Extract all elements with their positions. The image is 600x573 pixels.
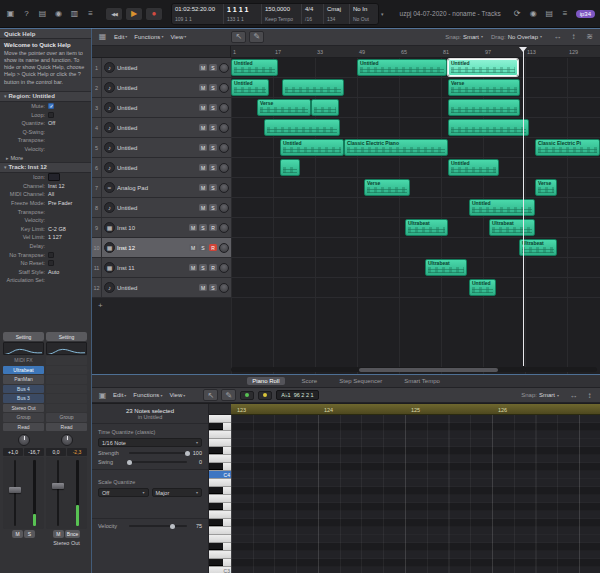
scale-mode-dropdown[interactable]: Major ▾ <box>152 488 203 497</box>
trackpanel-checkbox-9[interactable] <box>48 252 54 258</box>
solo-button[interactable]: S <box>209 124 217 131</box>
slot-empty[interactable] <box>46 375 87 384</box>
region-row-2[interactable]: Quantize:Off <box>0 119 91 128</box>
tuner-icon[interactable]: ◉ <box>527 8 540 20</box>
track-header-3[interactable]: 3♪UntitledMS <box>92 98 231 118</box>
track-header-8[interactable]: 8♪UntitledMS <box>92 198 231 218</box>
snap-menu[interactable]: Snap: Smart ▾ <box>445 34 483 40</box>
solo-button[interactable]: S <box>209 284 217 291</box>
region-ultrabeat[interactable]: Ultrabeat <box>489 219 535 236</box>
region-unnamed[interactable] <box>448 119 529 136</box>
mute-button[interactable]: M <box>199 124 207 131</box>
slot-read[interactable]: Read <box>46 423 87 432</box>
track-icon-thumbnail[interactable] <box>48 173 60 181</box>
slot-bus-4[interactable]: Bus 4 <box>3 385 44 394</box>
fader-cap[interactable] <box>9 487 21 493</box>
fader[interactable] <box>3 457 44 529</box>
region-untitled[interactable]: Untitled <box>231 59 278 76</box>
region-panel-header[interactable]: ▾ Region: Untitled <box>0 91 91 102</box>
volume-knob[interactable] <box>219 263 229 273</box>
setting-button[interactable]: Setting <box>3 332 44 341</box>
tracks-menu-functions[interactable]: Functions▾ <box>134 34 163 40</box>
zoom-horizontal-icon[interactable]: ↔ <box>567 389 580 401</box>
volume-knob[interactable] <box>219 223 229 233</box>
record-button[interactable]: ● <box>145 7 163 21</box>
slider-thumb[interactable] <box>127 460 132 465</box>
region-untitled[interactable]: Untitled <box>231 79 269 96</box>
lcd-smpte[interactable]: 01:02:52:20.00109 1 1 <box>172 4 224 24</box>
user-badge[interactable]: ip34 <box>576 10 595 18</box>
region-verse[interactable]: Verse <box>257 99 311 116</box>
fader[interactable] <box>46 457 87 529</box>
piano-roll-grid[interactable] <box>231 415 600 573</box>
eq-thumbnail[interactable] <box>3 342 44 355</box>
scale-root-dropdown[interactable]: Off ▾ <box>98 488 149 497</box>
piano-key-b3[interactable] <box>209 479 231 487</box>
mute-button[interactable]: M <box>199 204 207 211</box>
solo-button[interactable]: S <box>209 64 217 71</box>
region-row-0[interactable]: Mute: <box>0 102 91 111</box>
horizontal-scrollbar[interactable] <box>231 367 597 372</box>
list-editors-icon[interactable]: ▤ <box>543 8 556 20</box>
piano-key-g4[interactable] <box>209 415 231 423</box>
strip-button-bnce[interactable]: Bnce <box>65 530 80 538</box>
time-quantize-dropdown[interactable]: 1/16 Note ▾ <box>98 438 202 447</box>
mute-button[interactable]: M <box>189 244 197 251</box>
volume-knob[interactable] <box>219 103 229 113</box>
trackpanel-row-4[interactable]: Transpose: <box>0 207 91 216</box>
record-arm-button[interactable]: R <box>209 224 217 231</box>
volume-knob[interactable] <box>219 163 229 173</box>
piano-key-cs3[interactable] <box>209 559 231 567</box>
volume-knob[interactable] <box>219 203 229 213</box>
slot-empty[interactable] <box>46 356 87 365</box>
region-row-6[interactable]: ▸More <box>0 153 91 162</box>
mute-button[interactable]: M <box>199 144 207 151</box>
mute-button[interactable]: M <box>199 164 207 171</box>
piano-key-c4[interactable]: C4 <box>209 471 231 479</box>
trackpanel-checkbox-10[interactable] <box>48 260 54 266</box>
cycle-icon[interactable]: ⟳ <box>511 8 524 20</box>
piano-key-d3[interactable] <box>209 551 231 559</box>
piano-key-ds4[interactable] <box>209 447 231 455</box>
piano-key-e4[interactable] <box>209 439 231 447</box>
region-untitled[interactable]: Untitled <box>448 59 518 76</box>
track-header-10[interactable]: 10▦Inst 12MSR <box>92 238 231 258</box>
track-header-6[interactable]: 6♪UntitledMS <box>92 158 231 178</box>
slot-midi-fx[interactable]: MIDI FX <box>3 356 44 365</box>
region-checkbox-1[interactable] <box>48 112 54 118</box>
mute-button[interactable]: M <box>189 224 197 231</box>
volume-knob[interactable] <box>219 183 229 193</box>
region-untitled[interactable]: Untitled <box>280 139 344 156</box>
trackpanel-row-7[interactable]: Vel Limit:1 127 <box>0 233 91 242</box>
track-header-9[interactable]: 9▦Inst 10MSR <box>92 218 231 238</box>
slot-empty[interactable] <box>46 404 87 413</box>
setting-button[interactable]: Setting <box>46 332 87 341</box>
tab-smart-tempo[interactable]: Smart Tempo <box>399 377 445 385</box>
lcd-chevron-icon[interactable]: ▾ <box>381 11 384 17</box>
track-header-12[interactable]: 12♪UntitledMS <box>92 278 231 298</box>
trackpanel-row-1[interactable]: Channel:Inst 12 <box>0 181 91 190</box>
slot-ultrabeat[interactable]: Ultrabeat <box>3 366 44 375</box>
midi-in-button[interactable] <box>240 391 254 400</box>
trackpanel-row-0[interactable]: Icon: <box>0 173 91 182</box>
track-panel-header[interactable]: ▾ Track: Inst 12 <box>0 162 91 173</box>
velocity-slider[interactable] <box>129 525 187 527</box>
slot-read[interactable]: Read <box>3 423 44 432</box>
mute-button[interactable]: M <box>199 104 207 111</box>
piano-key-e3[interactable] <box>209 535 231 543</box>
fader-cap[interactable] <box>52 483 64 489</box>
trackpanel-row-11[interactable]: Staff Style:Auto <box>0 267 91 276</box>
volume-knob[interactable] <box>219 63 229 73</box>
slot-empty[interactable] <box>46 366 87 375</box>
slider-thumb[interactable] <box>170 524 175 529</box>
region-row-5[interactable]: Velocity: <box>0 145 91 154</box>
pencil-tool[interactable]: ✎ <box>221 389 236 401</box>
trackpanel-row-9[interactable]: No Transpose: <box>0 250 91 259</box>
track-header-7[interactable]: 7≈Analog PadMS <box>92 178 231 198</box>
region-row-4[interactable]: Transpose: <box>0 136 91 145</box>
catch-playhead-button[interactable] <box>258 391 272 400</box>
trackpanel-row-3[interactable]: Freeze Mode:Pre Fader <box>0 199 91 208</box>
strip-button-s[interactable]: S <box>24 530 35 538</box>
record-arm-button[interactable]: R <box>209 264 217 271</box>
track-header-2[interactable]: 2♪UntitledMS <box>92 78 231 98</box>
